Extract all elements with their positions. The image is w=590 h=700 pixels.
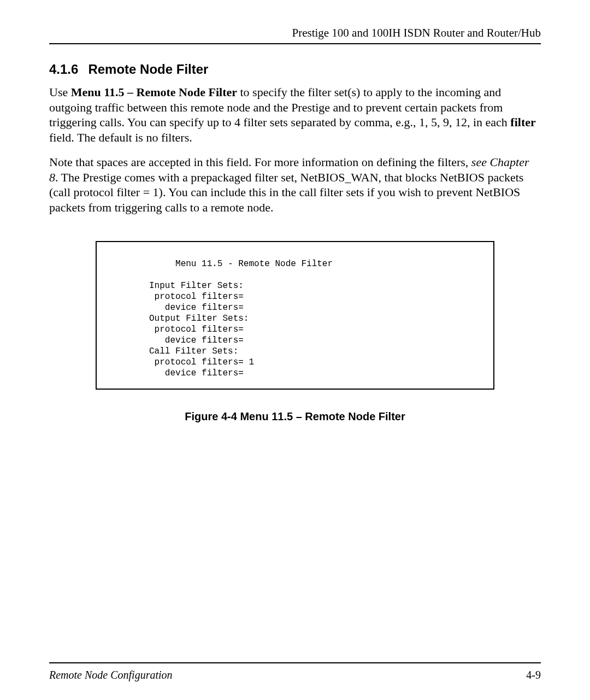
section-heading: 4.1.6Remote Node Filter: [49, 62, 541, 77]
figure-output-protocol: protocol filters=: [97, 324, 493, 335]
para2-part1: Note that spaces are accepted in this fi…: [49, 155, 471, 169]
figure-box: Menu 11.5 - Remote Node Filter Input Fil…: [96, 241, 494, 390]
figure-output-header: Output Filter Sets:: [97, 313, 493, 324]
figure-input-protocol: protocol filters=: [97, 291, 493, 302]
figure-wrapper: Menu 11.5 - Remote Node Filter Input Fil…: [49, 241, 541, 390]
para1-filter-word: filter: [510, 115, 535, 129]
footer-page-number: 4-9: [526, 669, 541, 681]
figure-caption: Figure 4-4 Menu 11.5 – Remote Node Filte…: [49, 410, 541, 423]
section-number: 4.1.6: [49, 62, 78, 77]
figure-title-line: Menu 11.5 - Remote Node Filter: [97, 258, 493, 269]
page: Prestige 100 and 100IH ISDN Router and R…: [0, 0, 590, 700]
figure-input-device: device filters=: [97, 302, 493, 313]
page-footer: Remote Node Configuration 4-9: [49, 662, 541, 681]
paragraph-1: Use Menu 11.5 – Remote Node Filter to sp…: [49, 85, 541, 145]
section-title: Remote Node Filter: [88, 62, 208, 77]
para1-tail: field. The default is no filters.: [49, 131, 192, 144]
running-header: Prestige 100 and 100IH ISDN Router and R…: [49, 26, 541, 44]
para2-part2: . The Prestige comes with a prepackaged …: [49, 170, 523, 214]
figure-call-protocol: protocol filters= 1: [97, 357, 493, 368]
figure-call-device: device filters=: [97, 368, 493, 379]
para1-lead: Use: [49, 85, 71, 99]
para1-menu-ref: Menu 11.5 – Remote Node Filter: [71, 85, 237, 99]
figure-input-header: Input Filter Sets:: [97, 280, 493, 291]
paragraph-2: Note that spaces are accepted in this fi…: [49, 155, 541, 215]
figure-output-device: device filters=: [97, 335, 493, 346]
footer-left: Remote Node Configuration: [49, 669, 173, 681]
figure-call-header: Call Filter Sets:: [97, 346, 493, 357]
